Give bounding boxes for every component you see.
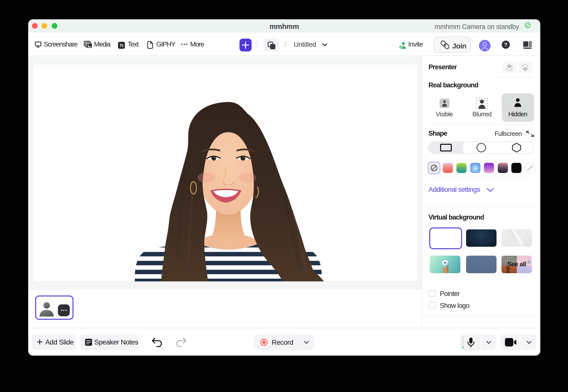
svg-text:Tt: Tt xyxy=(119,43,123,48)
